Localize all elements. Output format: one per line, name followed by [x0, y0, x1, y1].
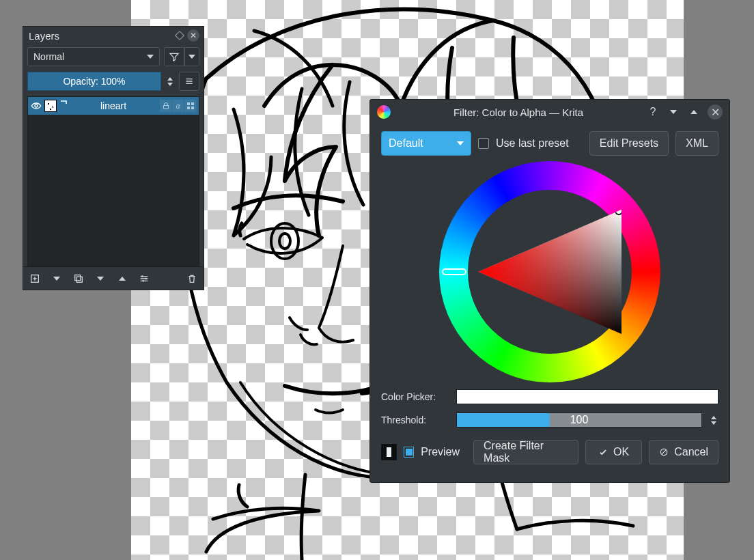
collapse-button[interactable] [667, 105, 680, 119]
ok-button[interactable]: OK [585, 440, 642, 464]
filter-dialog: Filter: Color to Alpha — Krita ? ✕ Defau… [369, 99, 730, 483]
use-last-preset-label: Use last preset [496, 137, 569, 150]
layer-filter-button[interactable] [164, 47, 184, 66]
chevron-up-icon [711, 416, 716, 419]
svg-point-13 [145, 277, 147, 279]
chevron-down-icon [457, 141, 464, 145]
opacity-spinbox[interactable] [165, 77, 175, 86]
layer-name-label[interactable]: lineart [70, 100, 156, 111]
move-layer-up-button[interactable] [116, 272, 128, 285]
chevron-down-icon [167, 83, 173, 86]
svg-rect-10 [75, 275, 81, 280]
hue-ring-marker[interactable] [442, 268, 466, 275]
cancel-button[interactable]: Cancel [649, 440, 718, 464]
layer-properties-button[interactable] [179, 72, 199, 91]
layer-item[interactable]: lineart α [28, 97, 199, 115]
threshold-spinbox[interactable] [709, 416, 718, 425]
check-icon [598, 447, 608, 457]
help-button[interactable]: ? [646, 105, 660, 119]
preview-mode-toggle[interactable] [381, 444, 397, 460]
add-layer-button[interactable] [29, 272, 41, 285]
chevron-down-icon [188, 55, 195, 59]
chevron-down-icon [670, 110, 677, 114]
use-last-preset-checkbox[interactable] [478, 138, 489, 149]
eye-icon [31, 100, 42, 111]
chevron-down-icon [97, 277, 104, 281]
close-panel-icon[interactable]: ✕ [187, 29, 199, 42]
blend-mode-value: Normal [33, 51, 64, 62]
close-dialog-button[interactable]: ✕ [708, 104, 723, 120]
add-layer-menu[interactable] [51, 272, 63, 285]
xml-button[interactable]: XML [675, 131, 718, 156]
preview-checkbox[interactable] [404, 447, 414, 458]
layer-settings-button[interactable] [138, 272, 150, 285]
svg-point-0 [271, 223, 298, 259]
layer-thumbnail [44, 100, 57, 112]
move-layer-down-button[interactable] [94, 272, 107, 285]
duplicate-layer-button[interactable] [72, 272, 85, 285]
threshold-label: Threshold: [381, 415, 449, 425]
threshold-fill [457, 413, 550, 427]
layers-panel-title: Layers [29, 30, 59, 42]
svg-point-1 [279, 234, 290, 249]
chevron-down-icon [147, 55, 154, 59]
layer-filter-menu-button[interactable] [184, 47, 199, 66]
visibility-toggle[interactable] [31, 100, 42, 111]
layer-list[interactable]: lineart α [27, 96, 199, 266]
cancel-icon [659, 447, 669, 457]
chevron-down-icon [711, 421, 716, 425]
delete-layer-button[interactable] [186, 272, 198, 285]
svg-point-14 [142, 280, 144, 282]
sv-marker[interactable] [615, 207, 623, 215]
list-icon [184, 76, 195, 87]
preset-value: Default [389, 137, 423, 150]
opacity-value: Opacity: 100% [63, 76, 125, 87]
alpha-lock-icon[interactable]: α [171, 100, 184, 112]
selection-indicator-icon [59, 100, 68, 112]
chevron-up-icon [690, 110, 697, 114]
svg-point-4 [35, 104, 38, 107]
float-panel-icon[interactable] [175, 31, 184, 40]
layers-panel: Layers ✕ Normal Opacity: 100% [23, 26, 204, 290]
dialog-titlebar[interactable]: Filter: Color to Alpha — Krita ? ✕ [370, 100, 729, 124]
edit-presets-button[interactable]: Edit Presets [589, 131, 669, 156]
svg-rect-11 [76, 277, 82, 282]
color-wheel[interactable] [439, 161, 660, 382]
svg-rect-8 [191, 107, 194, 109]
opacity-slider[interactable]: Opacity: 100% [27, 72, 161, 91]
inherit-alpha-icon[interactable] [184, 100, 196, 112]
lock-icon[interactable] [159, 100, 171, 112]
svg-rect-6 [191, 102, 194, 105]
threshold-value: 100 [570, 414, 589, 426]
preview-label: Preview [421, 446, 460, 458]
color-picker-label: Color Picker: [381, 391, 449, 402]
dialog-title: Filter: Color to Alpha — Krita [397, 107, 639, 118]
threshold-slider[interactable]: 100 [456, 412, 702, 428]
create-filter-mask-button[interactable]: Create Filter Mask [473, 440, 578, 464]
expand-button[interactable] [687, 105, 701, 119]
color-picker-swatch[interactable] [456, 389, 718, 404]
funnel-icon [169, 51, 180, 62]
chevron-up-icon [167, 77, 173, 81]
svg-rect-5 [187, 102, 190, 105]
chevron-down-icon [53, 277, 60, 281]
blend-mode-select[interactable]: Normal [27, 47, 160, 66]
preset-select[interactable]: Default [381, 131, 471, 156]
krita-app-icon [377, 105, 391, 119]
chevron-up-icon [119, 277, 126, 281]
svg-rect-7 [187, 107, 190, 109]
sv-triangle[interactable] [478, 210, 622, 334]
svg-point-12 [141, 275, 143, 277]
